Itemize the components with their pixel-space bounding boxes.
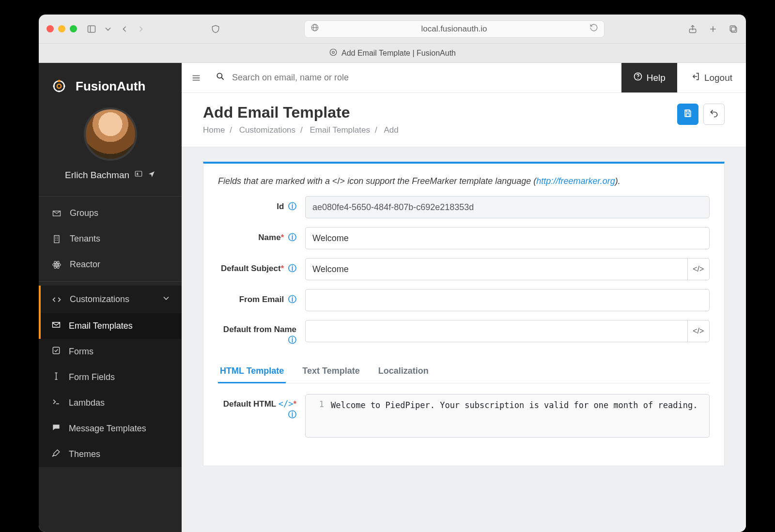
- svg-rect-8: [731, 27, 737, 32]
- sidebar-item-reactor[interactable]: Reactor: [39, 252, 182, 277]
- tab-text-template[interactable]: Text Template: [300, 360, 361, 383]
- collapse-sidebar-button[interactable]: [182, 73, 211, 83]
- chevron-down-icon[interactable]: [103, 24, 113, 34]
- name-field[interactable]: [305, 227, 710, 249]
- subject-field[interactable]: [305, 258, 688, 280]
- shield-icon[interactable]: [211, 24, 220, 34]
- breadcrumb: Home/ Customizations/ Email Templates/ A…: [203, 125, 399, 135]
- sidebar-item-customizations[interactable]: Customizations: [39, 286, 182, 313]
- sidebar-item-label: Message Templates: [69, 424, 146, 434]
- sidebar-item-groups[interactable]: Groups: [39, 200, 182, 226]
- sidebar-sub-themes[interactable]: Themes: [39, 441, 182, 467]
- profile-name: Erlich Bachman: [65, 170, 129, 181]
- logout-button[interactable]: Logout: [677, 63, 746, 92]
- sidebar: FusionAuth Erlich Bachman Groups: [39, 63, 182, 532]
- atom-icon: [51, 260, 62, 270]
- from-email-field[interactable]: [305, 289, 710, 311]
- svg-rect-45: [686, 114, 690, 117]
- back-icon[interactable]: [120, 24, 129, 34]
- location-arrow-icon[interactable]: [148, 170, 155, 181]
- crumb[interactable]: Email Templates: [310, 125, 370, 135]
- svg-rect-23: [54, 235, 59, 243]
- label-default-html: Default HTML: [223, 399, 276, 409]
- search-wrapper: [211, 72, 621, 84]
- tabs-overview-icon[interactable]: [728, 24, 738, 34]
- new-tab-icon[interactable]: [708, 24, 718, 34]
- sidebar-item-label: Tenants: [70, 234, 100, 244]
- crumb: Add: [384, 125, 398, 135]
- sidebar-sub-forms[interactable]: Forms: [39, 339, 182, 365]
- svg-point-11: [332, 51, 335, 53]
- sidebar-item-label: Customizations: [70, 294, 129, 304]
- html-editor[interactable]: 1 Welcome to PiedPiper. Your subscriptio…: [305, 394, 710, 438]
- crumb[interactable]: Home: [203, 125, 225, 135]
- share-icon[interactable]: [688, 24, 698, 34]
- label-from-email: From Email: [239, 295, 284, 304]
- id-field: [305, 196, 710, 218]
- id-card-icon[interactable]: [134, 169, 143, 181]
- template-tabs: HTML Template Text Template Localization: [218, 360, 710, 383]
- browser-tab[interactable]: Add Email Template | FusionAuth: [39, 44, 746, 63]
- page-header: Add Email Template Home/ Customizations/…: [182, 93, 746, 147]
- tab-favicon: [329, 48, 338, 59]
- crumb[interactable]: Customizations: [239, 125, 295, 135]
- search-icon: [216, 72, 225, 84]
- sidebar-sub-email-templates[interactable]: Email Templates: [39, 313, 182, 339]
- form-panel: Fields that are marked with a </> icon s…: [203, 162, 725, 466]
- code-icon: </>: [693, 265, 704, 274]
- info-icon[interactable]: ⓘ: [288, 410, 296, 419]
- info-icon[interactable]: ⓘ: [288, 202, 296, 211]
- browser-window: local.fusionauth.io Add Email Template |…: [39, 15, 746, 532]
- svg-point-19: [137, 173, 138, 174]
- zoom-window-button[interactable]: [70, 25, 77, 32]
- address-bar[interactable]: local.fusionauth.io: [304, 20, 604, 38]
- text-cursor-icon: [51, 371, 61, 383]
- template-toggle-button[interactable]: </>: [688, 320, 710, 342]
- info-icon[interactable]: ⓘ: [288, 295, 296, 304]
- search-input[interactable]: [231, 72, 617, 83]
- brand[interactable]: FusionAuth: [39, 63, 182, 101]
- close-window-button[interactable]: [46, 25, 54, 32]
- sidebar-sub-message-templates[interactable]: Message Templates: [39, 416, 182, 441]
- freemarker-link[interactable]: http://freemarker.org: [536, 176, 615, 186]
- globe-icon: [310, 23, 319, 34]
- brand-logo-icon: [49, 76, 69, 96]
- chevron-down-icon: [161, 293, 171, 305]
- save-button[interactable]: [677, 104, 698, 125]
- browser-toolbar: local.fusionauth.io: [39, 15, 746, 44]
- svg-rect-34: [53, 347, 59, 353]
- sidebar-item-label: Forms: [69, 347, 93, 357]
- envelope-icon: [51, 320, 61, 332]
- info-icon[interactable]: ⓘ: [288, 233, 296, 242]
- groups-icon: [51, 209, 62, 218]
- tab-html-template[interactable]: HTML Template: [218, 360, 286, 383]
- editor-content[interactable]: Welcome to PiedPiper. Your subscription …: [329, 395, 709, 437]
- minimize-window-button[interactable]: [58, 25, 65, 32]
- from-name-field[interactable]: [305, 320, 688, 342]
- logout-icon: [691, 72, 700, 84]
- tab-localization[interactable]: Localization: [376, 360, 431, 383]
- tab-title: Add Email Template | FusionAuth: [341, 49, 456, 58]
- help-button[interactable]: Help: [621, 63, 677, 92]
- svg-point-31: [53, 263, 61, 266]
- reload-icon[interactable]: [589, 23, 598, 34]
- svg-rect-18: [135, 171, 142, 177]
- sidebar-item-label: Email Templates: [69, 321, 133, 331]
- info-icon[interactable]: ⓘ: [288, 264, 296, 273]
- info-icon[interactable]: ⓘ: [288, 335, 296, 345]
- svg-line-40: [222, 78, 224, 80]
- help-icon: [633, 72, 643, 84]
- brand-name: FusionAuth: [76, 79, 145, 94]
- sidebar-item-label: Reactor: [70, 259, 100, 270]
- sidebar-item-tenants[interactable]: Tenants: [39, 226, 182, 252]
- sidebar-sub-form-fields[interactable]: Form Fields: [39, 365, 182, 390]
- avatar[interactable]: [84, 107, 137, 161]
- template-toggle-button[interactable]: </>: [688, 258, 710, 280]
- svg-point-13: [57, 84, 61, 88]
- main: Help Logout Add Email Template Home/ Cus…: [182, 63, 746, 532]
- label-name: Name: [258, 233, 280, 242]
- sidebar-sub-lambdas[interactable]: Lambdas: [39, 390, 182, 416]
- back-button[interactable]: [703, 104, 725, 125]
- sidebar-toggle-icon[interactable]: [87, 24, 96, 34]
- check-square-icon: [51, 346, 61, 358]
